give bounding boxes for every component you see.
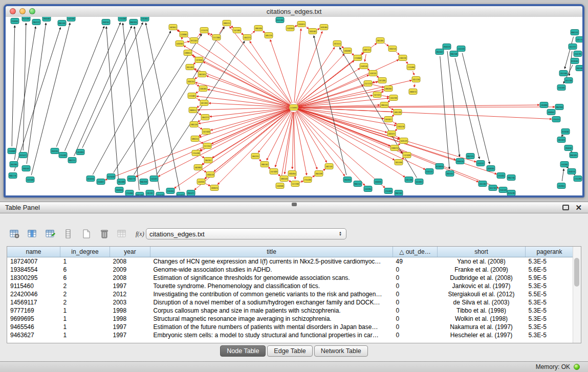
graph-node[interactable]: 19565953 <box>343 177 352 183</box>
graph-node[interactable]: 20632801 <box>376 38 384 43</box>
graph-node[interactable]: 16021165 <box>325 164 333 169</box>
graph-node[interactable]: 22080733 <box>390 145 399 151</box>
graph-node[interactable]: 16157288 <box>564 78 573 83</box>
graph-node[interactable]: 12611200 <box>405 177 413 183</box>
graph-node[interactable]: 19861502 <box>260 162 269 167</box>
graph-node[interactable]: 11432420 <box>457 46 465 52</box>
table-row[interactable]: 1830029562008Estimation of significance … <box>7 274 573 282</box>
graph-node[interactable]: 9862217 <box>68 158 76 163</box>
graph-node[interactable]: 19861455 <box>380 102 388 108</box>
graph-node[interactable]: 17240668 <box>354 55 362 61</box>
table-row[interactable]: 946554611997Estimation of the future num… <box>7 323 573 331</box>
graph-node[interactable]: 16157105 <box>489 185 497 191</box>
graph-node[interactable]: 18724115 <box>333 41 341 47</box>
column-header-name[interactable]: name <box>7 247 60 257</box>
graph-node[interactable]: 9861593 <box>58 20 66 26</box>
graph-node[interactable]: 21172733 <box>364 81 372 86</box>
table-disabled-icon[interactable] <box>116 227 129 240</box>
graph-node[interactable]: 12610834 <box>76 149 84 155</box>
graph-node[interactable]: 25161420 <box>499 187 507 193</box>
graph-node[interactable]: 25161237 <box>425 169 433 174</box>
graph-node[interactable]: 10588201 <box>374 179 382 185</box>
graph-node[interactable]: 8126199 <box>507 190 515 196</box>
graph-node[interactable]: 14202045 <box>176 41 184 47</box>
graph-node[interactable]: 19302345 <box>187 79 195 84</box>
function-icon[interactable]: f(x) <box>134 227 147 240</box>
graph-node[interactable]: 9862949 <box>555 104 563 110</box>
close-panel-icon[interactable]: ✕ <box>575 205 582 210</box>
graph-node[interactable]: 17554483 <box>59 152 67 158</box>
graph-node[interactable]: 19861320 <box>190 122 198 127</box>
table-scrollbar-thumb[interactable] <box>574 258 579 287</box>
table-row[interactable]: 946362711997Embryonic stem cells: a mode… <box>7 331 573 339</box>
graph-node[interactable]: 20644637 <box>435 49 444 55</box>
graph-node[interactable]: 20080512 <box>189 107 197 113</box>
graph-node[interactable]: 18414403 <box>186 64 194 70</box>
graph-node[interactable]: 10588750 <box>568 169 576 174</box>
graph-node[interactable]: 18903420 <box>280 176 288 182</box>
column-header-pagerank[interactable]: pagerank <box>526 247 574 257</box>
graph-node[interactable]: 22080512 <box>184 50 192 56</box>
graph-node[interactable]: 20643722 <box>32 19 40 25</box>
graph-node[interactable]: 9863132 <box>571 30 579 35</box>
graph-node[interactable]: 10588567 <box>547 110 555 115</box>
column-header-in_degree[interactable]: in_degree <box>60 247 110 257</box>
graph-node[interactable]: 14642273 <box>243 35 251 40</box>
graph-node[interactable]: 11431871 <box>150 176 158 182</box>
graph-node[interactable]: 16281229 <box>400 138 408 144</box>
graph-node[interactable]: 20644271 <box>187 190 195 196</box>
graph-node[interactable]: 18212230 <box>412 77 420 82</box>
graph-node[interactable]: 11431505 <box>67 17 75 21</box>
graph-node[interactable]: 17554666 <box>125 190 134 196</box>
graph-node[interactable]: 15583018 <box>286 26 294 31</box>
graph-node[interactable]: 10588384 <box>487 166 495 171</box>
graph-node[interactable]: 12208862 <box>180 32 188 37</box>
table-row[interactable]: 1872400712008Changes of HCN gene express… <box>7 257 573 266</box>
graph-node[interactable]: 21172590 <box>291 181 299 187</box>
graph-node[interactable]: 11431688 <box>26 177 34 183</box>
column-header-out_degree[interactable]: △ out_de… <box>393 247 438 257</box>
graph-node[interactable]: 17135801 <box>188 93 196 99</box>
graph-node[interactable]: 16281004 <box>320 25 328 30</box>
graph-node[interactable]: 15958000 <box>540 102 548 108</box>
graph-node[interactable]: 8125477 <box>19 152 27 158</box>
graph-node[interactable]: 16156556 <box>86 176 95 182</box>
graph-node[interactable]: 20643199 <box>315 171 323 177</box>
graph-node[interactable]: 12611017 <box>146 190 154 196</box>
graph-node[interactable]: 17470289 <box>403 152 411 158</box>
graph-node[interactable]: 15474905 <box>233 28 241 33</box>
graph-node[interactable]: 18212045 <box>200 100 208 106</box>
close-window-icon[interactable] <box>10 8 16 14</box>
minimize-window-icon[interactable] <box>19 8 26 14</box>
graph-node[interactable]: 25160871 <box>97 179 105 185</box>
graph-node[interactable]: 11432237 <box>476 161 485 166</box>
graph-node[interactable]: 14569488 <box>276 183 284 189</box>
table-gear-icon[interactable] <box>8 227 21 240</box>
graph-node[interactable]: 19566319 <box>443 44 451 50</box>
graph-node[interactable]: 18903214 <box>191 136 199 142</box>
graph-node[interactable]: 19384956 <box>288 171 296 177</box>
graph-node[interactable]: 17135990 <box>407 64 415 70</box>
graph-node[interactable]: 9862583 <box>395 190 403 196</box>
graph-node[interactable]: 20632625 <box>198 72 206 77</box>
graph-node[interactable]: 19566502 <box>564 145 573 151</box>
table-row[interactable]: 1456911722003Disruption of a novel membe… <box>7 298 573 307</box>
column-header-short[interactable]: short <box>438 247 526 257</box>
graph-node[interactable]: 10588018 <box>115 187 123 193</box>
graph-node[interactable]: 20732801 <box>378 78 386 83</box>
graph-node[interactable]: 18381903 <box>309 29 317 34</box>
graph-node[interactable]: 8125833 <box>177 192 185 196</box>
table-row[interactable]: 969969511998Structural magnetic resonanc… <box>7 315 573 323</box>
graph-node[interactable]: 25160504 <box>11 18 19 24</box>
new-document-icon[interactable] <box>80 227 93 240</box>
graph-node[interactable]: 8125650 <box>107 174 115 180</box>
graph-node[interactable]: 17555215 <box>552 117 560 122</box>
graph-node[interactable]: 15583140 <box>360 63 368 69</box>
graph-node[interactable]: 14569301 <box>197 179 205 185</box>
graph-node[interactable]: 9862691 <box>570 152 578 158</box>
graph-node[interactable]: 20644454 <box>446 171 454 177</box>
graph-node[interactable]: 16642455 <box>251 154 259 159</box>
graph-node[interactable]: 12620651 <box>557 183 565 189</box>
graph-node[interactable]: 16157471 <box>569 44 577 50</box>
tab-node-table[interactable]: Node Table <box>220 345 266 357</box>
